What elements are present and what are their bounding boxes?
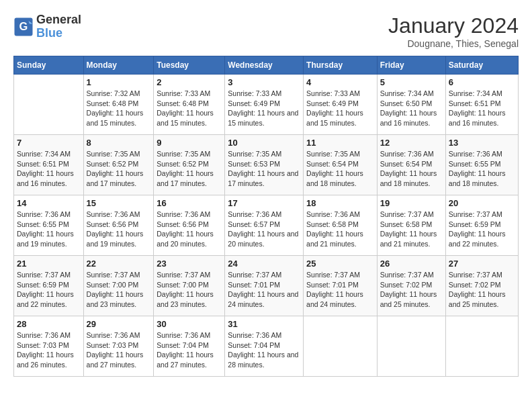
day-info: Sunrise: 7:33 AMSunset: 6:48 PMDaylight:… [157,89,222,128]
calendar-cell: 21Sunrise: 7:37 AMSunset: 6:59 PMDayligh… [14,256,84,316]
day-number: 28 [17,319,81,329]
day-number: 13 [449,138,515,148]
logo-icon: G [13,17,34,37]
weekday-header: Thursday [304,56,378,75]
logo-line1: General [36,13,81,27]
day-info: Sunrise: 7:34 AMSunset: 6:50 PMDaylight:… [380,89,443,128]
day-number: 18 [306,198,374,208]
calendar-cell [445,316,518,377]
weekday-header: Friday [377,56,445,75]
day-number: 6 [449,77,515,87]
calendar-cell: 25Sunrise: 7:37 AMSunset: 7:01 PMDayligh… [304,256,378,316]
day-number: 31 [228,319,300,329]
day-info: Sunrise: 7:37 AMSunset: 6:58 PMDaylight:… [380,210,443,249]
weekday-header: Monday [83,56,154,75]
day-number: 20 [449,198,515,208]
day-info: Sunrise: 7:36 AMSunset: 6:56 PMDaylight:… [87,210,151,249]
calendar-cell: 31Sunrise: 7:36 AMSunset: 7:04 PMDayligh… [225,316,304,377]
calendar-cell: 7Sunrise: 7:34 AMSunset: 6:51 PMDaylight… [14,135,84,195]
day-info: Sunrise: 7:36 AMSunset: 6:54 PMDaylight:… [380,149,443,189]
day-info: Sunrise: 7:37 AMSunset: 6:59 PMDaylight:… [449,210,515,249]
day-number: 5 [380,77,443,87]
day-info: Sunrise: 7:36 AMSunset: 6:55 PMDaylight:… [17,210,81,249]
day-number: 17 [228,198,300,208]
day-info: Sunrise: 7:37 AMSunset: 7:00 PMDaylight:… [87,270,151,310]
logo: G General Blue [13,13,81,40]
calendar-cell: 4Sunrise: 7:33 AMSunset: 6:49 PMDaylight… [304,75,378,135]
day-info: Sunrise: 7:34 AMSunset: 6:51 PMDaylight:… [449,89,515,128]
calendar-cell: 2Sunrise: 7:33 AMSunset: 6:48 PMDaylight… [154,75,225,135]
calendar-cell: 28Sunrise: 7:36 AMSunset: 7:03 PMDayligh… [14,316,84,377]
weekday-header: Sunday [14,56,84,75]
calendar-cell: 12Sunrise: 7:36 AMSunset: 6:54 PMDayligh… [377,135,445,195]
calendar-cell: 16Sunrise: 7:36 AMSunset: 6:56 PMDayligh… [154,195,225,256]
day-number: 14 [17,198,81,208]
day-number: 12 [380,138,443,148]
calendar-cell: 23Sunrise: 7:37 AMSunset: 7:00 PMDayligh… [154,256,225,316]
day-info: Sunrise: 7:37 AMSunset: 7:01 PMDaylight:… [306,270,374,310]
calendar-week-row: 28Sunrise: 7:36 AMSunset: 7:03 PMDayligh… [14,316,519,377]
day-number: 3 [228,77,300,87]
day-number: 27 [449,259,515,269]
day-number: 22 [87,259,151,269]
calendar-cell [14,75,84,135]
weekday-header: Wednesday [225,56,304,75]
day-number: 26 [380,259,443,269]
calendar-week-row: 1Sunrise: 7:32 AMSunset: 6:48 PMDaylight… [14,75,519,135]
day-info: Sunrise: 7:36 AMSunset: 7:04 PMDaylight:… [228,330,300,370]
calendar-table: SundayMondayTuesdayWednesdayThursdayFrid… [13,56,519,377]
month-title: January 2024 [388,13,519,38]
day-number: 24 [228,259,300,269]
day-number: 21 [17,259,81,269]
calendar-week-row: 21Sunrise: 7:37 AMSunset: 6:59 PMDayligh… [14,256,519,316]
day-info: Sunrise: 7:37 AMSunset: 7:00 PMDaylight:… [157,270,222,310]
calendar-cell: 20Sunrise: 7:37 AMSunset: 6:59 PMDayligh… [445,195,518,256]
calendar-cell: 18Sunrise: 7:36 AMSunset: 6:58 PMDayligh… [304,195,378,256]
calendar-cell: 17Sunrise: 7:36 AMSunset: 6:57 PMDayligh… [225,195,304,256]
day-number: 29 [87,319,151,329]
day-info: Sunrise: 7:34 AMSunset: 6:51 PMDaylight:… [17,149,81,189]
day-info: Sunrise: 7:35 AMSunset: 6:52 PMDaylight:… [157,149,222,189]
day-info: Sunrise: 7:36 AMSunset: 7:03 PMDaylight:… [87,330,151,370]
calendar-cell: 11Sunrise: 7:35 AMSunset: 6:54 PMDayligh… [304,135,378,195]
day-number: 16 [157,198,222,208]
day-info: Sunrise: 7:36 AMSunset: 6:57 PMDaylight:… [228,210,300,249]
page-header: G General Blue January 2024 Dougnane, Th… [13,13,519,49]
day-info: Sunrise: 7:32 AMSunset: 6:48 PMDaylight:… [87,89,151,128]
calendar-cell: 24Sunrise: 7:37 AMSunset: 7:01 PMDayligh… [225,256,304,316]
weekday-header: Tuesday [154,56,225,75]
calendar-cell: 6Sunrise: 7:34 AMSunset: 6:51 PMDaylight… [445,75,518,135]
calendar-cell: 15Sunrise: 7:36 AMSunset: 6:56 PMDayligh… [83,195,154,256]
day-info: Sunrise: 7:36 AMSunset: 7:03 PMDaylight:… [17,330,81,370]
day-number: 23 [157,259,222,269]
day-number: 8 [87,138,151,148]
day-info: Sunrise: 7:36 AMSunset: 7:04 PMDaylight:… [157,330,222,370]
calendar-week-row: 14Sunrise: 7:36 AMSunset: 6:55 PMDayligh… [14,195,519,256]
day-number: 15 [87,198,151,208]
day-info: Sunrise: 7:37 AMSunset: 7:02 PMDaylight:… [449,270,515,310]
day-info: Sunrise: 7:33 AMSunset: 6:49 PMDaylight:… [228,89,300,128]
day-info: Sunrise: 7:37 AMSunset: 7:02 PMDaylight:… [380,270,443,310]
calendar-cell: 22Sunrise: 7:37 AMSunset: 7:00 PMDayligh… [83,256,154,316]
day-info: Sunrise: 7:36 AMSunset: 6:58 PMDaylight:… [306,210,374,249]
day-info: Sunrise: 7:36 AMSunset: 6:56 PMDaylight:… [157,210,222,249]
day-number: 2 [157,77,222,87]
calendar-week-row: 7Sunrise: 7:34 AMSunset: 6:51 PMDaylight… [14,135,519,195]
day-info: Sunrise: 7:37 AMSunset: 6:59 PMDaylight:… [17,270,81,310]
day-number: 10 [228,138,300,148]
day-info: Sunrise: 7:35 AMSunset: 6:52 PMDaylight:… [87,149,151,189]
day-number: 11 [306,138,374,148]
day-info: Sunrise: 7:35 AMSunset: 6:54 PMDaylight:… [306,149,374,189]
calendar-cell: 14Sunrise: 7:36 AMSunset: 6:55 PMDayligh… [14,195,84,256]
day-info: Sunrise: 7:37 AMSunset: 7:01 PMDaylight:… [228,270,300,310]
calendar-cell: 10Sunrise: 7:35 AMSunset: 6:53 PMDayligh… [225,135,304,195]
location: Dougnane, Thies, Senegal [388,38,519,49]
day-number: 4 [306,77,374,87]
day-info: Sunrise: 7:36 AMSunset: 6:55 PMDaylight:… [449,149,515,189]
calendar-cell [377,316,445,377]
svg-text:G: G [19,19,28,32]
day-number: 19 [380,198,443,208]
day-number: 30 [157,319,222,329]
calendar-cell: 30Sunrise: 7:36 AMSunset: 7:04 PMDayligh… [154,316,225,377]
day-number: 1 [87,77,151,87]
